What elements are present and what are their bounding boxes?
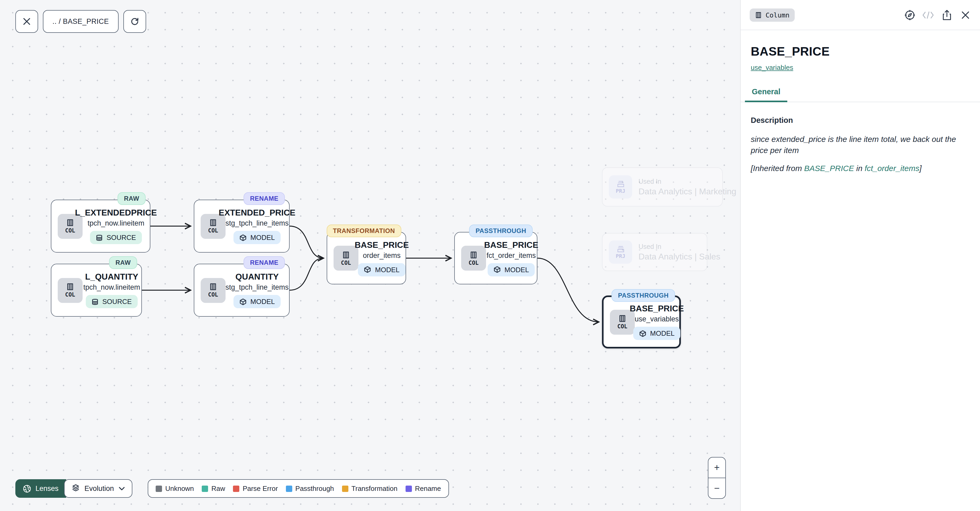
column-kind-box: COL — [200, 278, 226, 302]
evolution-badge: PASSTHROUGH — [612, 289, 675, 302]
refresh-icon — [130, 17, 139, 26]
legend-item-unknown: Unknown — [156, 484, 194, 492]
used-in-name: Data Analytics | Sales — [638, 252, 720, 261]
layers-icon — [71, 484, 80, 493]
cube-icon — [364, 266, 371, 273]
evolution-badge: RAW — [118, 192, 146, 205]
cube-icon — [639, 330, 646, 337]
project-kind-box: PRJ — [609, 240, 632, 264]
panel-title: BASE_PRICE — [751, 45, 970, 59]
column-icon — [209, 283, 217, 291]
legend-swatch — [405, 486, 412, 492]
evolution-badge: RENAME — [243, 256, 285, 269]
node-base-price-order-items[interactable]: TRANSFORMATION COL BASE_PRICE order_item… — [327, 232, 406, 284]
legend-item-passthrough: Passthrough — [286, 484, 334, 492]
model-badge: MODEL — [488, 263, 535, 276]
used-in-name: Data Analytics | Marketing — [638, 187, 736, 196]
node-title: BASE_PRICE — [630, 304, 684, 314]
column-icon — [469, 251, 477, 259]
legend-swatch — [233, 486, 240, 492]
node-base-price-fct-order-items[interactable]: PASSTHROUGH COL BASE_PRICE fct_order_ite… — [454, 232, 538, 284]
model-link[interactable]: use_variables — [751, 64, 793, 72]
node-title: BASE_PRICE — [484, 240, 538, 250]
lenses-button[interactable]: Lenses — [15, 479, 66, 498]
tab-general[interactable]: General — [745, 84, 787, 102]
node-l-extendedprice[interactable]: RAW COL L_EXTENDEDPRICE tpch_now.lineite… — [51, 200, 150, 253]
refresh-button[interactable] — [123, 10, 146, 33]
legend-item-rename: Rename — [405, 484, 441, 492]
inherited-model-link[interactable]: fct_order_items — [865, 163, 920, 172]
zoom-in-button[interactable]: + — [708, 457, 725, 478]
close-panel-button[interactable] — [959, 9, 971, 21]
view-code-button[interactable] — [922, 9, 934, 21]
close-lineage-button[interactable] — [15, 10, 38, 33]
panel-header: Column — [741, 0, 980, 30]
used-in-card-sales[interactable]: PRJ Used In Data Analytics | Sales — [602, 233, 707, 271]
share-icon — [942, 9, 952, 21]
column-kind-box: COL — [58, 278, 83, 302]
breadcrumb-label: .. / BASE_PRICE — [52, 18, 109, 25]
node-subtitle: use_variables — [635, 315, 679, 323]
lenses-label: Lenses — [35, 484, 59, 492]
model-badge: MODEL — [234, 231, 281, 244]
legend-item-raw: Raw — [202, 484, 225, 492]
source-badge: SOURCE — [86, 295, 137, 308]
details-panel: Column — [740, 0, 980, 511]
zoom-out-button[interactable]: − — [708, 478, 725, 498]
database-icon — [96, 234, 103, 241]
used-in-card-marketing[interactable]: PRJ Used In Data Analytics | Marketing — [602, 167, 723, 207]
toolbar: .. / BASE_PRICE — [15, 10, 146, 33]
column-icon — [342, 251, 350, 259]
node-title: L_QUANTITY — [85, 272, 138, 282]
chevron-down-icon — [119, 486, 125, 490]
node-subtitle: tpch_now.lineitem — [88, 219, 145, 227]
legend-item-parse-error: Parse Error — [233, 484, 278, 492]
cube-icon — [239, 234, 247, 241]
aperture-icon — [23, 484, 31, 493]
node-subtitle: tpch_now.lineitem — [83, 283, 140, 291]
panel-tabs: General — [741, 84, 980, 102]
project-icon — [617, 180, 624, 187]
breadcrumb[interactable]: .. / BASE_PRICE — [43, 10, 118, 33]
node-title: QUANTITY — [235, 272, 279, 282]
lens-selected-label: Evolution — [84, 484, 114, 492]
description-text: since extended_price is the line item to… — [751, 134, 970, 156]
legend-swatch — [202, 486, 208, 492]
share-export-button[interactable] — [941, 9, 953, 21]
node-title: EXTENDED_PRICE — [219, 208, 296, 218]
close-icon — [23, 18, 31, 25]
node-base-price-use-variables-selected[interactable]: PASSTHROUGH COL BASE_PRICE use_variables… — [602, 296, 681, 349]
entity-type-chip: Column — [750, 8, 795, 21]
lens-select-dropdown[interactable]: Evolution — [64, 479, 132, 498]
model-badge: MODEL — [358, 263, 405, 276]
evolution-badge: TRANSFORMATION — [326, 224, 401, 237]
node-subtitle: fct_order_items — [487, 251, 536, 259]
description-section: Description since extended_price is the … — [751, 116, 970, 172]
description-heading: Description — [751, 116, 970, 124]
explore-lineage-button[interactable] — [904, 9, 915, 21]
legend-swatch — [342, 486, 348, 492]
used-in-label: Used In — [638, 178, 736, 185]
code-icon — [922, 11, 934, 19]
inherited-column-link[interactable]: BASE_PRICE — [804, 163, 854, 172]
legend-item-transformation: Transformation — [342, 484, 398, 492]
node-l-quantity[interactable]: RAW COL L_QUANTITY tpch_now.lineitem SOU… — [51, 264, 142, 317]
app-window: .. / BASE_PRICE RAW COL L_EXTENDEDPRICE … — [0, 0, 980, 511]
column-icon — [618, 315, 626, 323]
column-kind-box: COL — [461, 246, 486, 271]
project-kind-box: PRJ — [609, 175, 632, 199]
model-badge: MODEL — [633, 327, 680, 340]
canvas-footer: Lenses Evolution Unknown Raw Parse Error… — [15, 479, 449, 498]
database-icon — [92, 298, 99, 305]
compass-icon — [904, 9, 915, 21]
node-subtitle: order_items — [363, 251, 401, 259]
node-quantity[interactable]: RENAME COL QUANTITY stg_tpch_line_items … — [194, 264, 290, 317]
node-extended-price[interactable]: RENAME COL EXTENDED_PRICE stg_tpch_line_… — [194, 200, 290, 253]
column-icon — [755, 11, 762, 18]
cube-icon — [493, 266, 501, 273]
inherited-from-line: [Inherited from BASE_PRICE in fct_order_… — [751, 163, 970, 172]
evolution-badge: PASSTHROUGH — [469, 224, 533, 237]
source-badge: SOURCE — [90, 231, 142, 244]
model-badge: MODEL — [234, 295, 281, 308]
evolution-badge: RENAME — [243, 192, 285, 205]
